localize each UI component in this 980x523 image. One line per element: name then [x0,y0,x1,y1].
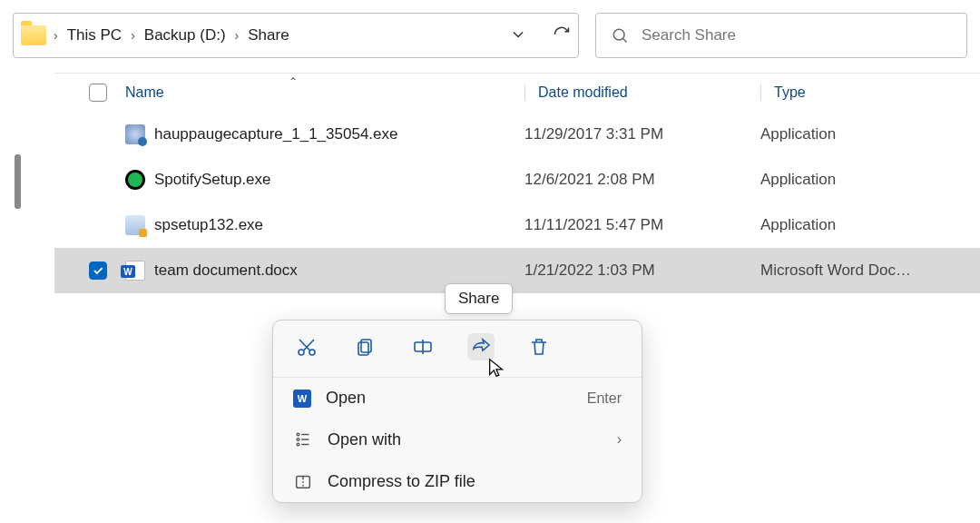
column-type[interactable]: Type [774,84,806,100]
search-icon [611,26,629,44]
file-type: Application [760,125,836,143]
rename-button[interactable] [409,333,436,360]
share-tooltip: Share [445,283,513,314]
file-row[interactable]: SpotifySetup.exe 12/6/2021 2:08 PM Appli… [54,157,980,202]
column-date[interactable]: Date modified [538,84,628,100]
file-type: Application [760,216,836,233]
column-headers: Name ⌃ Date modified Type [54,74,980,112]
menu-shortcut: Enter [587,390,622,407]
sort-caret-icon: ⌃ [289,75,298,88]
crumb-share[interactable]: Share [244,23,292,48]
word-app-icon: W [293,390,311,408]
file-date: 1/21/2022 1:03 PM [524,262,655,279]
file-date: 12/6/2021 2:08 PM [524,171,655,188]
file-name: SpotifySetup.exe [154,171,271,189]
column-name[interactable]: Name [125,84,164,101]
spotify-icon [125,170,145,190]
mouse-cursor-icon [486,358,506,380]
svg-point-1 [299,350,304,355]
menu-label: Compress to ZIP file [328,472,475,491]
svg-point-2 [309,350,315,355]
svg-rect-3 [361,340,371,352]
file-row[interactable]: team document.docx 1/21/2022 1:03 PM Mic… [54,248,980,293]
chevron-right-icon: › [617,431,622,448]
refresh-icon[interactable] [553,25,571,46]
cut-button[interactable] [293,333,320,360]
select-all-checkbox[interactable] [89,84,107,102]
copy-button[interactable] [351,333,378,360]
file-row[interactable]: spsetup132.exe 11/11/2021 5:47 PM Applic… [54,202,980,248]
chevron-down-icon[interactable] [509,25,527,46]
file-date: 11/29/2017 3:31 PM [524,125,663,143]
search-placeholder: Search Share [642,26,736,44]
svg-point-8 [297,443,299,446]
svg-point-0 [613,29,624,40]
breadcrumb: › This PC › Backup (D:) › Share [52,23,293,48]
file-date: 11/11/2021 5:47 PM [524,216,663,233]
menu-label: Open [326,389,366,408]
delete-button[interactable] [525,333,553,360]
word-doc-icon [125,261,145,281]
chevron-right-icon: › [52,28,60,43]
scrollbar-thumb[interactable] [15,154,21,209]
zip-icon [293,471,313,491]
crumb-this-pc[interactable]: This PC [64,23,125,48]
open-with-icon [293,429,313,449]
address-bar[interactable]: › This PC › Backup (D:) › Share [13,13,579,58]
chevron-right-icon: › [129,28,137,43]
file-type: Application [760,171,836,188]
nav-gutter [0,73,54,293]
installer-icon [125,215,145,235]
svg-point-7 [297,439,299,441]
svg-rect-4 [358,342,368,355]
context-menu: W Open Enter Open with › Compress to ZIP… [272,320,642,503]
file-row[interactable]: hauppaugecapture_1_1_35054.exe 11/29/201… [54,112,980,157]
file-name: spsetup132.exe [154,216,263,234]
file-list: Name ⌃ Date modified Type hauppaugecaptu… [54,73,980,293]
svg-point-6 [297,433,299,436]
menu-compress-zip[interactable]: Compress to ZIP file [273,460,642,502]
share-button[interactable] [467,333,495,360]
menu-open[interactable]: W Open Enter [273,378,642,419]
file-type: Microsoft Word Doc… [760,262,911,279]
crumb-backup[interactable]: Backup (D:) [141,23,230,48]
row-checkbox[interactable] [89,262,107,280]
menu-label: Open with [328,430,401,449]
tooltip-text: Share [458,290,499,307]
folder-icon [21,25,46,45]
exe-icon [125,124,145,144]
chevron-right-icon: › [233,28,241,43]
file-name: team document.docx [154,262,298,280]
file-name: hauppaugecapture_1_1_35054.exe [154,125,397,143]
menu-open-with[interactable]: Open with › [273,419,642,460]
search-input[interactable]: Search Share [595,13,967,58]
